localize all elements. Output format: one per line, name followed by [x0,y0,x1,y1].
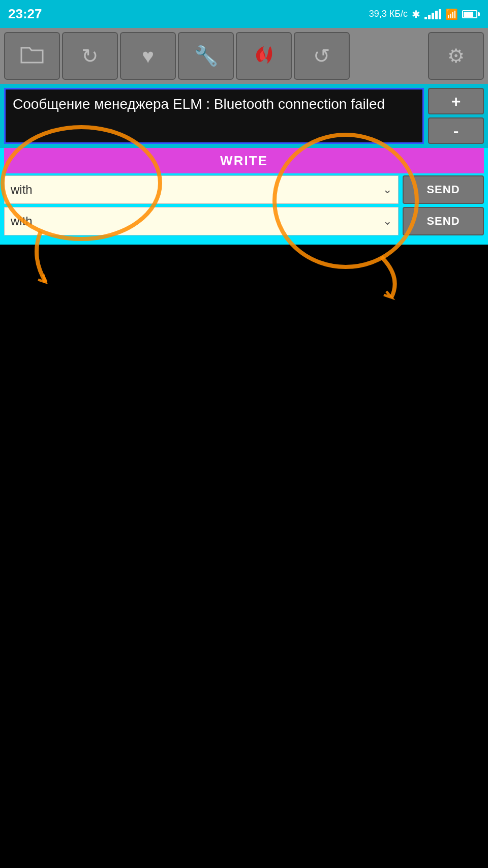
write-row-2: with ⌄ SEND [4,207,484,235]
wifi-icon: 📶 [445,8,458,20]
send-button-2[interactable]: SEND [403,207,484,235]
plus-button[interactable]: + [428,88,484,114]
app-container: 23:27 39,3 КБ/с ✱ 📶 [0,0,488,245]
toolbar: ↻ ♥ 🔧 ↺ ⚙ [0,28,488,84]
message-area: Сообщение менеджера ELM : Bluetooth conn… [0,84,488,148]
refresh-button[interactable]: ↻ [62,32,118,80]
signal-icon [424,9,441,19]
write-section: WRITE with ⌄ SEND with ⌄ SEND [0,148,488,245]
settings-button[interactable]: ⚙ [428,32,484,80]
status-bar: 23:27 39,3 КБ/с ✱ 📶 [0,0,488,28]
battery-icon [462,10,480,18]
message-text: Сообщение менеджера ELM : Bluetooth conn… [13,96,385,112]
message-box: Сообщение менеджера ELM : Bluetooth conn… [4,88,424,144]
fire-button[interactable] [236,32,292,80]
minus-button[interactable]: - [428,117,484,144]
send-button-1[interactable]: SEND [403,175,484,204]
heart-icon: ♥ [142,45,154,68]
folder-icon [19,44,45,69]
dropdown-2-value: with [11,214,383,228]
write-header: WRITE [4,148,484,173]
plus-minus-col: + - [428,88,484,144]
status-icons: 39,3 КБ/с ✱ 📶 [369,8,480,20]
status-time: 23:27 [8,6,42,22]
wrench-icon: 🔧 [194,45,218,67]
sync-button[interactable]: ↺ [294,32,350,80]
refresh-icon: ↻ [81,44,99,68]
sync-icon: ↺ [313,44,330,68]
favorite-button[interactable]: ♥ [120,32,176,80]
dropdown-1-value: with [11,183,383,197]
folder-button[interactable] [4,32,60,80]
fire-icon [251,41,277,71]
write-label: WRITE [220,153,268,169]
write-row-1: with ⌄ SEND [4,175,484,204]
dropdown-2[interactable]: with ⌄ [4,207,399,235]
dropdown-1[interactable]: with ⌄ [4,175,399,204]
status-speed: 39,3 КБ/с [369,9,408,19]
chevron-down-icon-1: ⌄ [383,183,392,196]
gear-icon: ⚙ [447,45,465,67]
bluetooth-icon: ✱ [412,8,420,20]
wrench-button[interactable]: 🔧 [178,32,234,80]
chevron-down-icon-2: ⌄ [383,215,392,228]
